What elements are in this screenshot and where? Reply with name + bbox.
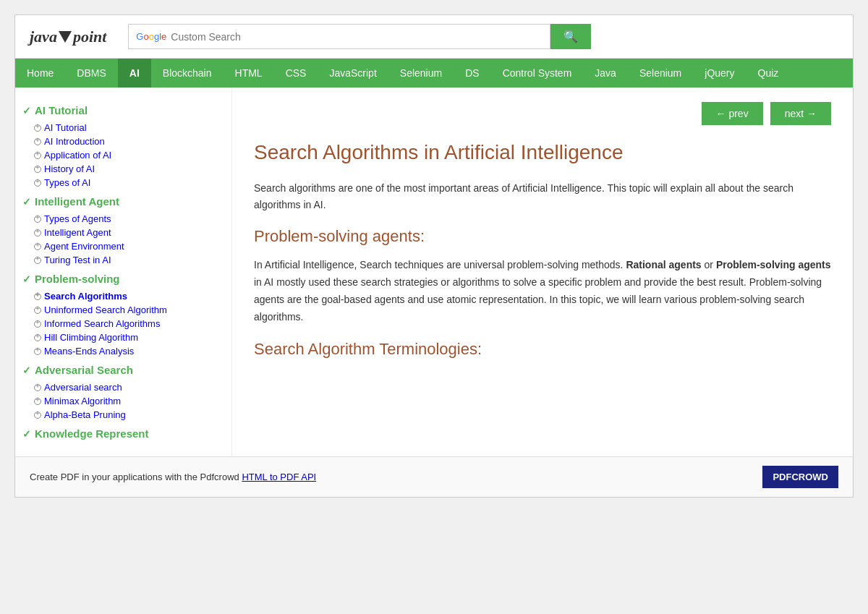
sidebar-section-title-knowledge-represent[interactable]: ✓ Knowledge Represent (22, 427, 224, 440)
prev-button[interactable]: ← prev (702, 102, 763, 125)
sidebar-item-types-of-agents[interactable]: Types of Agents (22, 212, 224, 226)
article-intro: Search algorithms are one of the most im… (254, 180, 831, 213)
expand-icon (34, 152, 41, 159)
sidebar-item-application-of-ai[interactable]: Application of AI (22, 148, 224, 162)
nav-item-quiz[interactable]: Quiz (746, 59, 791, 88)
article-nav-buttons: ← prev next → (254, 102, 831, 125)
expand-icon (34, 293, 41, 300)
main-content: ← prev next → Search Algorithms in Artif… (232, 88, 853, 456)
main-nav: HomeDBMSAIBlockchainHTMLCSSJavaScriptSel… (15, 59, 853, 88)
expand-icon (34, 166, 41, 173)
nav-item-blockchain[interactable]: Blockchain (151, 59, 224, 88)
sidebar-item-alpha-beta-pruning[interactable]: Alpha-Beta Pruning (22, 408, 224, 422)
nav-item-selenium[interactable]: Selenium (388, 59, 454, 88)
header: java point Google 🔍 (15, 15, 853, 59)
nav-item-css[interactable]: CSS (274, 59, 318, 88)
next-button[interactable]: next → (770, 102, 831, 125)
expand-icon (34, 243, 41, 250)
content-area: ✓ AI TutorialAI TutorialAI IntroductionA… (15, 88, 853, 456)
sidebar-item-agent-environment[interactable]: Agent Environment (22, 239, 224, 253)
sidebar-item-minimax-algorithm[interactable]: Minimax Algorithm (22, 394, 224, 408)
expand-icon (34, 124, 41, 132)
expand-icon (34, 334, 41, 341)
sidebar-section-ai-tutorial: ✓ AI TutorialAI TutorialAI IntroductionA… (22, 104, 224, 189)
nav-item-dbms[interactable]: DBMS (65, 59, 117, 88)
expand-icon (34, 384, 41, 391)
check-icon: ✓ (22, 105, 31, 116)
nav-item-jquery[interactable]: jQuery (693, 59, 746, 88)
nav-item-javascript[interactable]: JavaScript (318, 59, 388, 88)
logo-text-after: point (73, 27, 106, 46)
sidebar-item-label: Alpha-Beta Pruning (44, 409, 126, 420)
nav-item-control-system[interactable]: Control System (491, 59, 584, 88)
check-icon: ✓ (22, 273, 31, 285)
sidebar-item-turing-test-in-ai[interactable]: Turing Test in AI (22, 253, 224, 267)
nav-item-home[interactable]: Home (15, 59, 65, 88)
sidebar-item-label: Turing Test in AI (44, 255, 111, 265)
sidebar-item-means-ends-analysis[interactable]: Means-Ends Analysis (22, 344, 224, 358)
sidebar-item-label: Means-Ends Analysis (44, 346, 134, 357)
pdfcrowd-button[interactable]: PDFCROWD (762, 466, 838, 488)
sidebar-item-informed-search-algorithms[interactable]: Informed Search Algorithms (22, 317, 224, 331)
google-label: Google (136, 31, 166, 42)
sidebar-section-title-intelligent-agent[interactable]: ✓ Intelligent Agent (22, 195, 224, 208)
sidebar-section-title-ai-tutorial[interactable]: ✓ AI Tutorial (22, 104, 224, 116)
footer-link[interactable]: HTML to PDF API (242, 472, 316, 482)
logo[interactable]: java point (30, 27, 106, 46)
sidebar-item-label: Agent Environment (44, 241, 124, 252)
sidebar-item-ai-introduction[interactable]: AI Introduction (22, 135, 224, 148)
sidebar-item-label: AI Tutorial (44, 122, 87, 133)
check-icon: ✓ (22, 428, 31, 440)
sidebar-item-adversarial-search[interactable]: Adversarial search (22, 380, 224, 394)
sidebar-item-label: AI Introduction (44, 136, 105, 147)
expand-icon (34, 412, 41, 419)
logo-text-before: java (30, 27, 57, 46)
sidebar-item-label: Intelligent Agent (44, 227, 111, 238)
sidebar-item-types-of-ai[interactable]: Types of AI (22, 176, 224, 189)
nav-item-html[interactable]: HTML (224, 59, 274, 88)
sidebar-item-label: Adversarial search (44, 382, 122, 393)
section1-body: In Artificial Intelligence, Search techn… (254, 257, 831, 325)
check-icon: ✓ (22, 196, 31, 208)
article-title: Search Algorithms in Artificial Intellig… (254, 140, 831, 166)
nav-item-java[interactable]: Java (583, 59, 628, 88)
sidebar-item-label: Search Algorithms (44, 291, 127, 302)
bold-rational: Rational agents (626, 259, 701, 270)
expand-icon (34, 138, 41, 145)
expand-icon (34, 216, 41, 223)
sidebar-item-label: Application of AI (44, 150, 111, 161)
sidebar-item-label: Uninformed Search Algorithm (44, 304, 167, 315)
sidebar-item-label: Informed Search Algorithms (44, 318, 160, 329)
nav-item-ds[interactable]: DS (454, 59, 490, 88)
sidebar-item-intelligent-agent[interactable]: Intelligent Agent (22, 226, 224, 239)
sidebar-item-hill-climbing-algorithm[interactable]: Hill Climbing Algorithm (22, 331, 224, 344)
sidebar-item-label: Types of AI (44, 177, 90, 188)
nav-item-selenium[interactable]: Selenium (628, 59, 693, 88)
expand-icon (34, 398, 41, 405)
nav-item-ai[interactable]: AI (118, 59, 151, 88)
search-input[interactable] (171, 31, 542, 43)
sidebar-section-knowledge-represent: ✓ Knowledge Represent (22, 427, 224, 440)
search-input-wrapper: Google (128, 24, 550, 49)
expand-icon (34, 229, 41, 236)
sidebar-section-title-adversarial-search[interactable]: ✓ Adversarial Search (22, 364, 224, 376)
check-icon: ✓ (22, 364, 31, 376)
sidebar-item-label: Minimax Algorithm (44, 396, 121, 406)
sidebar-item-uninformed-search-algorithm[interactable]: Uninformed Search Algorithm (22, 303, 224, 317)
logo-triangle-icon (59, 31, 72, 43)
sidebar-item-ai-tutorial[interactable]: AI Tutorial (22, 121, 224, 135)
sidebar-item-label: Hill Climbing Algorithm (44, 332, 138, 343)
sidebar-item-history-of-ai[interactable]: History of AI (22, 162, 224, 176)
expand-icon (34, 179, 41, 187)
section1-heading: Problem-solving agents: (254, 227, 831, 246)
sidebar-section-title-problem-solving[interactable]: ✓ Problem-solving (22, 273, 224, 285)
search-button[interactable]: 🔍 (550, 24, 591, 49)
expand-icon (34, 320, 41, 328)
sidebar-item-search-algorithms[interactable]: Search Algorithms (22, 289, 224, 303)
expand-icon (34, 348, 41, 355)
footer-text: Create PDF in your applications with the… (30, 472, 316, 482)
section2-heading: Search Algorithm Terminologies: (254, 340, 831, 359)
search-bar: Google 🔍 (128, 24, 591, 49)
footer-static-text: Create PDF in your applications with the… (30, 472, 239, 482)
bold-problem-solving: Problem-solving agents (716, 259, 831, 270)
